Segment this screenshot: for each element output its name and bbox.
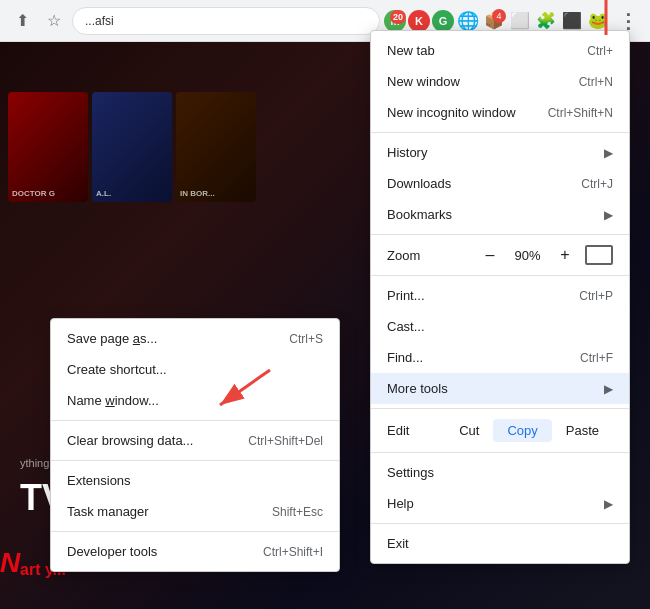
address-text: ...afsi xyxy=(85,14,114,28)
bookmarks-arrow-icon: ▶ xyxy=(604,208,613,222)
copy-button[interactable]: Copy xyxy=(493,419,551,442)
ext-black-square[interactable]: ⬛ xyxy=(560,9,584,33)
submenu-save-page[interactable]: Save page as... Ctrl+S xyxy=(51,323,339,354)
menu-label-find: Find... xyxy=(387,350,423,365)
shortcut-downloads: Ctrl+J xyxy=(581,177,613,191)
submenu-label-save-page: Save page as... xyxy=(67,331,157,346)
menu-divider-1 xyxy=(371,132,629,133)
paste-button[interactable]: Paste xyxy=(552,419,613,442)
ext-square[interactable]: ⬜ xyxy=(508,9,532,33)
menu-item-history[interactable]: History ▶ xyxy=(371,137,629,168)
menu-label-cast: Cast... xyxy=(387,319,425,334)
menu-label-incognito: New incognito window xyxy=(387,105,516,120)
submenu-create-shortcut[interactable]: Create shortcut... xyxy=(51,354,339,385)
zoom-row: Zoom – 90% + xyxy=(371,239,629,271)
menu-item-settings[interactable]: Settings xyxy=(371,457,629,488)
menu-divider-5 xyxy=(371,452,629,453)
submenu-label-extensions: Extensions xyxy=(67,473,131,488)
menu-divider-4 xyxy=(371,408,629,409)
movie-title-2: A.L. xyxy=(96,189,111,198)
submenu-extensions[interactable]: Extensions xyxy=(51,465,339,496)
shortcut-developer-tools: Ctrl+Shift+I xyxy=(263,545,323,559)
shortcut-incognito: Ctrl+Shift+N xyxy=(548,106,613,120)
zoom-controls: – 90% + xyxy=(478,243,613,267)
ext-malwarebytes[interactable]: M20 xyxy=(384,10,406,32)
menu-label-more-tools: More tools xyxy=(387,381,448,396)
help-arrow-icon: ▶ xyxy=(604,497,613,511)
submenu-label-name-window: Name window... xyxy=(67,393,159,408)
menu-label-new-tab: New tab xyxy=(387,43,435,58)
movie-title-1: DOCTOR G xyxy=(12,189,55,198)
movie-thumb-1: DOCTOR G xyxy=(8,92,88,202)
submenu-label-developer-tools: Developer tools xyxy=(67,544,157,559)
shortcut-print: Ctrl+P xyxy=(579,289,613,303)
menu-item-downloads[interactable]: Downloads Ctrl+J xyxy=(371,168,629,199)
zoom-label: Zoom xyxy=(387,248,420,263)
menu-item-new-window[interactable]: New window Ctrl+N xyxy=(371,66,629,97)
submenu-label-task-manager: Task manager xyxy=(67,504,149,519)
menu-label-downloads: Downloads xyxy=(387,176,451,191)
movie-row: DOCTOR G A.L. IN BOR... xyxy=(0,92,264,202)
shortcut-find: Ctrl+F xyxy=(580,351,613,365)
address-bar[interactable]: ...afsi xyxy=(72,7,380,35)
zoom-in-button[interactable]: + xyxy=(553,243,577,267)
history-arrow-icon: ▶ xyxy=(604,146,613,160)
submenu-developer-tools[interactable]: Developer tools Ctrl+Shift+I xyxy=(51,536,339,567)
zoom-value: 90% xyxy=(510,248,545,263)
shortcut-clear-browsing: Ctrl+Shift+Del xyxy=(248,434,323,448)
menu-divider-2 xyxy=(371,234,629,235)
movie-thumb-2: A.L. xyxy=(92,92,172,202)
menu-label-history: History xyxy=(387,145,427,160)
shortcut-save-page: Ctrl+S xyxy=(289,332,323,346)
movie-title-3: IN BOR... xyxy=(180,189,215,198)
menu-item-find[interactable]: Find... Ctrl+F xyxy=(371,342,629,373)
menu-label-exit: Exit xyxy=(387,536,409,551)
zoom-out-button[interactable]: – xyxy=(478,243,502,267)
ext-k[interactable]: K xyxy=(408,10,430,32)
fullscreen-button[interactable] xyxy=(585,245,613,265)
submenu-clear-browsing[interactable]: Clear browsing data... Ctrl+Shift+Del xyxy=(51,425,339,456)
submenu-divider-2 xyxy=(51,460,339,461)
submenu-label-clear-browsing: Clear browsing data... xyxy=(67,433,193,448)
more-tools-submenu: Save page as... Ctrl+S Create shortcut..… xyxy=(50,318,340,572)
cut-button[interactable]: Cut xyxy=(445,419,493,442)
shortcut-new-window: Ctrl+N xyxy=(579,75,613,89)
menu-label-settings: Settings xyxy=(387,465,434,480)
edit-label: Edit xyxy=(387,423,422,438)
menu-item-bookmarks[interactable]: Bookmarks ▶ xyxy=(371,199,629,230)
netflix-partial: N xyxy=(0,547,20,579)
menu-item-exit[interactable]: Exit xyxy=(371,528,629,559)
extension-icons: M20 K G 🌐 📦4 ⬜ 🧩 ⬛ 🐸 xyxy=(384,9,610,33)
bookmark-star-icon[interactable]: ☆ xyxy=(40,7,68,35)
share-icon[interactable]: ⬆ xyxy=(8,7,36,35)
submenu-divider-1 xyxy=(51,420,339,421)
shortcut-new-tab: Ctrl+ xyxy=(587,44,613,58)
menu-item-incognito[interactable]: New incognito window Ctrl+Shift+N xyxy=(371,97,629,128)
red-arrow-top xyxy=(586,0,626,43)
menu-divider-6 xyxy=(371,523,629,524)
menu-item-cast[interactable]: Cast... xyxy=(371,311,629,342)
menu-item-more-tools[interactable]: More tools ▶ xyxy=(371,373,629,404)
menu-label-bookmarks: Bookmarks xyxy=(387,207,452,222)
ext-puzzle-badge[interactable]: 📦4 xyxy=(482,9,506,33)
menu-label-new-window: New window xyxy=(387,74,460,89)
submenu-name-window[interactable]: Name window... xyxy=(51,385,339,416)
movie-thumb-3: IN BOR... xyxy=(176,92,256,202)
submenu-task-manager[interactable]: Task manager Shift+Esc xyxy=(51,496,339,527)
edit-row: Edit Cut Copy Paste xyxy=(371,413,629,448)
menu-label-help: Help xyxy=(387,496,414,511)
sub-text: ything xyxy=(20,457,49,469)
menu-divider-3 xyxy=(371,275,629,276)
submenu-label-create-shortcut: Create shortcut... xyxy=(67,362,167,377)
ext-globe[interactable]: 🌐 xyxy=(456,9,480,33)
more-tools-arrow-icon: ▶ xyxy=(604,382,613,396)
ext-g[interactable]: G xyxy=(432,10,454,32)
main-context-menu: New tab Ctrl+ New window Ctrl+N New inco… xyxy=(370,30,630,564)
submenu-divider-3 xyxy=(51,531,339,532)
shortcut-task-manager: Shift+Esc xyxy=(272,505,323,519)
ext-puzzle[interactable]: 🧩 xyxy=(534,9,558,33)
menu-label-print: Print... xyxy=(387,288,425,303)
menu-item-print[interactable]: Print... Ctrl+P xyxy=(371,280,629,311)
menu-item-help[interactable]: Help ▶ xyxy=(371,488,629,519)
